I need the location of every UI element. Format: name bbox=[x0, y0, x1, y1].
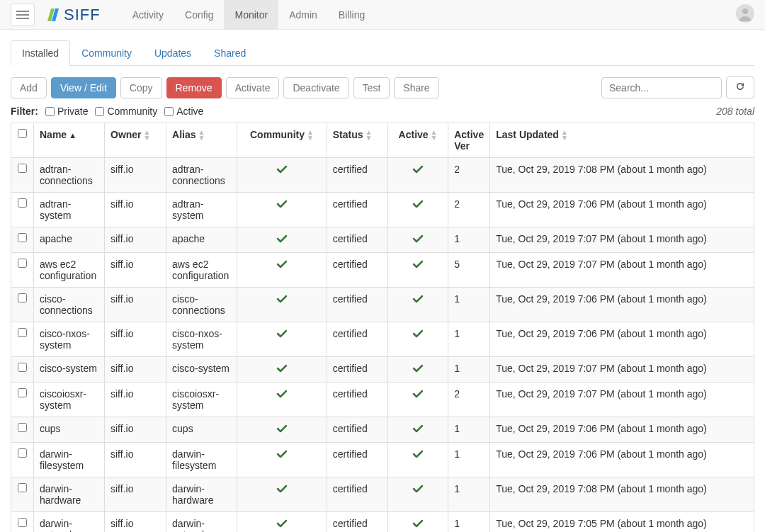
cell-active bbox=[387, 357, 448, 383]
col-active-ver[interactable]: Active Ver bbox=[448, 123, 490, 158]
activate-button[interactable]: Activate bbox=[226, 77, 280, 98]
table-row[interactable]: adtran-systemsiff.ioadtran-systemcertifi… bbox=[11, 193, 754, 227]
cell-name: cups bbox=[34, 417, 105, 443]
cell-status: certified bbox=[327, 383, 387, 417]
select-all-checkbox[interactable] bbox=[18, 129, 27, 138]
cell-community bbox=[237, 158, 327, 193]
row-checkbox[interactable] bbox=[18, 259, 27, 268]
row-checkbox[interactable] bbox=[18, 448, 27, 458]
tab-updates[interactable]: Updates bbox=[143, 40, 203, 66]
cell-status: certified bbox=[327, 193, 387, 227]
col-community[interactable]: Community▲▼ bbox=[237, 123, 327, 158]
check-icon bbox=[276, 328, 288, 339]
cell-updated: Tue, Oct 29, 2019 7:06 PM (about 1 month… bbox=[490, 288, 754, 322]
remove-button[interactable]: Remove bbox=[166, 77, 222, 98]
row-checkbox[interactable] bbox=[18, 233, 27, 242]
row-checkbox[interactable] bbox=[18, 293, 27, 302]
nav-item-activity[interactable]: Activity bbox=[122, 0, 174, 30]
cell-active bbox=[387, 443, 448, 477]
row-checkbox[interactable] bbox=[18, 328, 27, 337]
search-input[interactable] bbox=[601, 77, 722, 98]
sort-asc-icon: ▲ bbox=[69, 132, 76, 138]
col-active[interactable]: Active▲▼ bbox=[387, 123, 448, 158]
cell-active bbox=[387, 288, 448, 322]
cell-owner: siff.io bbox=[105, 253, 166, 288]
row-checkbox[interactable] bbox=[18, 164, 27, 173]
user-avatar-icon[interactable] bbox=[736, 4, 754, 23]
row-checkbox[interactable] bbox=[18, 483, 27, 492]
cell-community bbox=[237, 512, 327, 533]
brand-logo[interactable]: SIFF bbox=[45, 6, 101, 24]
check-icon bbox=[276, 259, 288, 270]
table-row[interactable]: cisco-nxos-systemsiff.iocisco-nxos-syste… bbox=[11, 322, 754, 357]
cell-status: certified bbox=[327, 288, 387, 322]
share-button[interactable]: Share bbox=[394, 77, 438, 98]
cell-ver: 1 bbox=[448, 288, 490, 322]
table-row[interactable]: adtran-connectionssiff.ioadtran-connecti… bbox=[11, 158, 754, 193]
col-alias[interactable]: Alias▲▼ bbox=[166, 123, 237, 158]
cell-updated: Tue, Oct 29, 2019 7:08 PM (about 1 month… bbox=[490, 477, 754, 512]
cell-ver: 2 bbox=[448, 158, 490, 193]
cell-active bbox=[387, 512, 448, 533]
nav-item-admin[interactable]: Admin bbox=[278, 0, 328, 30]
table-row[interactable]: cisco-connectionssiff.iocisco-connection… bbox=[11, 288, 754, 322]
menu-toggle[interactable] bbox=[11, 4, 35, 26]
tab-community[interactable]: Community bbox=[70, 40, 143, 66]
filter-private-checkbox[interactable] bbox=[45, 107, 55, 116]
add-button[interactable]: Add bbox=[11, 77, 47, 98]
table-row[interactable]: apachesiff.ioapachecertified1Tue, Oct 29… bbox=[11, 227, 754, 253]
view-edit-button[interactable]: View / Edit bbox=[51, 77, 116, 98]
table-row[interactable]: darwin-filesystemsiff.iodarwin-filesyste… bbox=[11, 443, 754, 477]
cell-alias: darwin-hardware bbox=[166, 477, 237, 512]
table-row[interactable]: darwin-hardwaresiff.iodarwin-hardwarecer… bbox=[11, 477, 754, 512]
tab-shared[interactable]: Shared bbox=[203, 40, 257, 66]
row-checkbox[interactable] bbox=[18, 518, 27, 527]
check-icon bbox=[276, 423, 288, 434]
refresh-icon bbox=[735, 81, 745, 91]
tab-installed[interactable]: Installed bbox=[11, 40, 70, 66]
copy-button[interactable]: Copy bbox=[120, 77, 162, 98]
table-row[interactable]: cupssiff.iocupscertified1Tue, Oct 29, 20… bbox=[11, 417, 754, 443]
col-name[interactable]: Name▲ bbox=[34, 123, 105, 158]
row-checkbox[interactable] bbox=[18, 198, 27, 208]
cell-status: certified bbox=[327, 253, 387, 288]
table-row[interactable]: cisco-systemsiff.iocisco-systemcertified… bbox=[11, 357, 754, 383]
filter-community-checkbox[interactable] bbox=[95, 107, 104, 116]
cell-alias: cisco-connections bbox=[166, 288, 237, 322]
nav-item-config[interactable]: Config bbox=[174, 0, 224, 30]
table-row[interactable]: ciscoiosxr-systemsiff.iociscoiosxr-syste… bbox=[11, 383, 754, 417]
cell-updated: Tue, Oct 29, 2019 7:07 PM (about 1 month… bbox=[490, 253, 754, 288]
row-checkbox[interactable] bbox=[18, 388, 27, 397]
deactivate-button[interactable]: Deactivate bbox=[283, 77, 348, 98]
cell-community bbox=[237, 288, 327, 322]
table-row[interactable]: aws ec2 configurationsiff.ioaws ec2 conf… bbox=[11, 253, 754, 288]
sort-icon: ▲▼ bbox=[144, 130, 151, 141]
cell-owner: siff.io bbox=[105, 322, 166, 357]
refresh-button[interactable] bbox=[726, 77, 754, 98]
nav-item-monitor[interactable]: Monitor bbox=[224, 0, 278, 30]
cell-name: adtran-connections bbox=[34, 158, 105, 193]
cell-active bbox=[387, 322, 448, 357]
row-checkbox[interactable] bbox=[18, 363, 27, 372]
filter-private[interactable]: Private bbox=[45, 106, 89, 117]
cell-status: certified bbox=[327, 443, 387, 477]
nav-item-billing[interactable]: Billing bbox=[328, 0, 375, 30]
cell-ver: 2 bbox=[448, 193, 490, 227]
check-icon bbox=[276, 198, 288, 210]
test-button[interactable]: Test bbox=[353, 77, 390, 98]
filter-active[interactable]: Active bbox=[164, 106, 203, 117]
cell-name: aws ec2 configuration bbox=[34, 253, 105, 288]
col-owner[interactable]: Owner▲▼ bbox=[105, 123, 166, 158]
cell-alias: adtran-connections bbox=[166, 158, 237, 193]
cell-community bbox=[237, 443, 327, 477]
check-icon bbox=[412, 363, 424, 374]
filter-community[interactable]: Community bbox=[95, 106, 157, 117]
filter-active-checkbox[interactable] bbox=[164, 107, 174, 116]
table-row[interactable]: darwin-networksiff.iodarwin-networkcerti… bbox=[11, 512, 754, 533]
cell-updated: Tue, Oct 29, 2019 7:06 PM (about 1 month… bbox=[490, 443, 754, 477]
cell-name: ciscoiosxr-system bbox=[34, 383, 105, 417]
col-status[interactable]: Status▲▼ bbox=[327, 123, 387, 158]
row-checkbox[interactable] bbox=[18, 423, 27, 432]
cell-active bbox=[387, 158, 448, 193]
col-last-updated[interactable]: Last Updated▲▼ bbox=[490, 123, 754, 158]
